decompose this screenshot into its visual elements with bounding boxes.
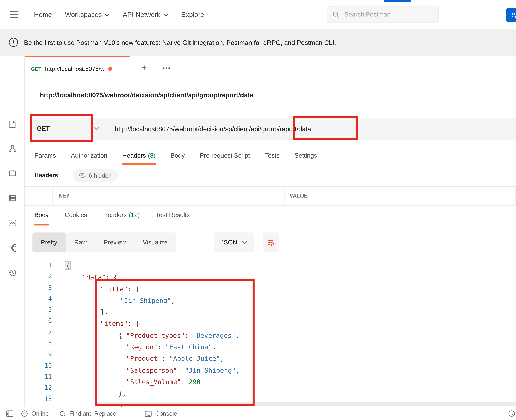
- code-line: "Sales_Volume": 290: [25, 376, 516, 388]
- method-label: GET: [37, 125, 50, 132]
- code-line: "Salesperson": "Jin Shipeng",: [25, 365, 516, 376]
- search-icon: [332, 11, 339, 18]
- view-pretty[interactable]: Pretty: [32, 232, 66, 252]
- nav-explore[interactable]: Explore: [181, 11, 204, 18]
- console-button[interactable]: Console: [145, 407, 177, 420]
- sidebar-mock-servers-icon[interactable]: [8, 194, 17, 202]
- nav-home[interactable]: Home: [34, 11, 52, 18]
- toggle-sidebar-icon[interactable]: [6, 407, 14, 420]
- chevron-down-icon: [105, 13, 110, 16]
- new-tab-button[interactable]: +: [138, 62, 150, 74]
- sidebar-monitors-icon[interactable]: [8, 218, 17, 227]
- cookies-manager[interactable]: Cookies: [508, 407, 516, 420]
- tab-tests[interactable]: Tests: [265, 148, 280, 165]
- wrap-text-icon[interactable]: [263, 232, 279, 252]
- tab-pre-request-script[interactable]: Pre-request Script: [200, 148, 250, 165]
- sidebar-history-icon[interactable]: [8, 268, 17, 277]
- view-raw[interactable]: Raw: [66, 232, 95, 252]
- tab-headers[interactable]: Headers(8): [122, 148, 156, 165]
- code-line: { "Product_types": "Beverages",: [25, 330, 516, 341]
- url-input[interactable]: http://localhost:8075/webroot/decision/s…: [106, 125, 311, 133]
- code-line: "items": [: [25, 318, 516, 330]
- column-key: KEY: [58, 193, 70, 199]
- exclamation-icon: !: [9, 38, 18, 47]
- view-visualize[interactable]: Visualize: [134, 232, 176, 252]
- method-dropdown[interactable]: GET: [31, 125, 106, 132]
- check-circle-icon: [21, 410, 28, 417]
- find-and-replace[interactable]: Find and Replace: [60, 407, 116, 420]
- sidebar-apis-icon[interactable]: [8, 144, 17, 153]
- request-builder-row: GET http://localhost:8075/webroot/decisi…: [25, 111, 516, 148]
- search-input[interactable]: [343, 10, 425, 18]
- open-request-tab[interactable]: GET http://localhost:8075/w: [25, 56, 130, 80]
- code-line: "Region": "East China",: [25, 341, 516, 353]
- tab-body[interactable]: Body: [170, 148, 185, 165]
- tab-params[interactable]: Params: [34, 148, 56, 165]
- code-lines: {"data": {"title": ["Jin Shipeng",],"ite…: [25, 260, 516, 407]
- response-tab-body[interactable]: Body: [34, 206, 49, 225]
- headers-grid-header: KEY VALUE DESCRIPTION ••• Bulk Edit Pres…: [25, 186, 516, 206]
- invite-button[interactable]: Invite: [506, 8, 516, 22]
- console-icon: [145, 410, 152, 417]
- search-icon: [60, 410, 66, 417]
- tab-options-icon[interactable]: •••: [160, 62, 174, 74]
- sidebar-collections-icon[interactable]: [8, 120, 17, 129]
- code-line: ],: [25, 307, 516, 318]
- headers-section: Headers 6 hidden: [25, 165, 516, 186]
- top-bar: Home Workspaces API Network Explore Invi…: [0, 0, 516, 30]
- tab-title: http://localhost:8075/w: [45, 65, 105, 72]
- banner-message: Be the first to use Postman V10's new fe…: [24, 30, 336, 56]
- request-tab-strip: GET http://localhost:8075/w + ••• No Env…: [25, 56, 516, 80]
- announcement-banner: ! Be the first to use Postman V10's new …: [0, 30, 516, 56]
- tab-authorization[interactable]: Authorization: [71, 148, 107, 165]
- chevron-down-icon: [163, 13, 168, 16]
- nav-workspaces[interactable]: Workspaces: [65, 11, 110, 18]
- view-switcher: Pretty Raw Preview Visualize: [32, 232, 176, 252]
- response-header: Body Cookies Headers(12) Test Results St…: [25, 206, 516, 227]
- top-nav: Home Workspaces API Network Explore: [34, 0, 204, 30]
- column-value: VALUE: [289, 193, 308, 199]
- cookie-icon: [508, 410, 515, 417]
- headers-label: Headers: [34, 172, 58, 179]
- postman-app-window: Home Workspaces API Network Explore Invi…: [0, 0, 516, 420]
- request-title-row: http://localhost:8075/webroot/decision/s…: [25, 80, 516, 111]
- response-tab-cookies[interactable]: Cookies: [65, 206, 87, 225]
- code-line: },: [25, 388, 516, 399]
- url-control: GET http://localhost:8075/webroot/decisi…: [31, 118, 516, 140]
- response-view-bar: Pretty Raw Preview Visualize JSON: [25, 227, 516, 257]
- code-line: "Jin Shipeng",: [25, 295, 516, 307]
- response-body-editor[interactable]: 12345678910111213 {"data": {"title": ["J…: [25, 257, 516, 407]
- response-tab-headers[interactable]: Headers(12): [103, 206, 140, 225]
- nav-api-network[interactable]: API Network: [123, 11, 168, 18]
- unsaved-dot-icon: [108, 67, 112, 71]
- code-line: {: [25, 260, 516, 272]
- response-tab-test-results[interactable]: Test Results: [156, 206, 190, 225]
- tab-settings[interactable]: Settings: [295, 148, 317, 165]
- sidebar-environments-icon[interactable]: [8, 169, 17, 178]
- person-plus-icon: [511, 12, 516, 18]
- main-menu-icon[interactable]: [10, 11, 18, 18]
- request-tabs: Params Authorization Headers(8) Body Pre…: [25, 148, 516, 165]
- eye-icon: [79, 172, 86, 178]
- request-title: http://localhost:8075/webroot/decision/s…: [40, 91, 253, 99]
- view-preview[interactable]: Preview: [95, 232, 134, 252]
- chevron-down-icon: [94, 127, 99, 130]
- tab-method-badge: GET: [31, 66, 41, 72]
- left-sidebar-rail: [0, 56, 25, 407]
- sidebar-flows-icon[interactable]: [8, 243, 17, 252]
- loading-strip: [384, 0, 411, 2]
- code-line: "Product": "Apple Juice",: [25, 353, 516, 365]
- response-horizontal-scrollbar[interactable]: [95, 402, 516, 406]
- connection-status[interactable]: Online: [21, 407, 49, 420]
- global-search[interactable]: [327, 6, 439, 23]
- code-line: "data": {: [25, 272, 516, 283]
- hidden-headers-toggle[interactable]: 6 hidden: [73, 169, 118, 182]
- status-bar: Online Find and Replace Console Cookies …: [0, 407, 516, 420]
- code-line: "title": [: [25, 283, 516, 295]
- format-dropdown[interactable]: JSON: [214, 232, 254, 252]
